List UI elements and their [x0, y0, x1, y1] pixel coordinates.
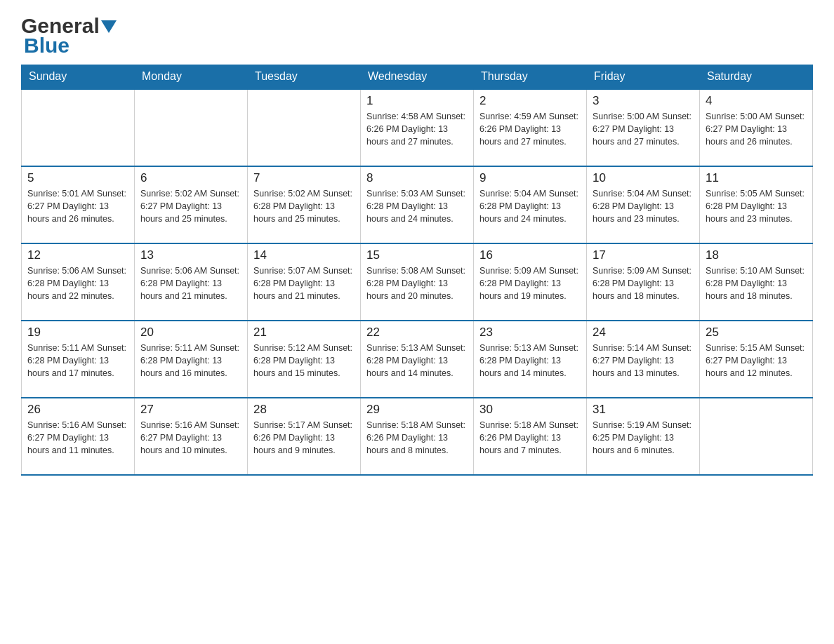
- day-info: Sunrise: 4:58 AM Sunset: 6:26 PM Dayligh…: [366, 110, 468, 148]
- day-info: Sunrise: 5:01 AM Sunset: 6:27 PM Dayligh…: [27, 187, 128, 225]
- day-number: 30: [479, 403, 581, 417]
- logo-blue-text: Blue: [24, 34, 70, 58]
- calendar-cell: 27Sunrise: 5:16 AM Sunset: 6:27 PM Dayli…: [135, 398, 248, 475]
- calendar-cell: 23Sunrise: 5:13 AM Sunset: 6:28 PM Dayli…: [474, 321, 587, 398]
- day-info: Sunrise: 5:16 AM Sunset: 6:27 PM Dayligh…: [27, 419, 128, 457]
- calendar-cell: 1Sunrise: 4:58 AM Sunset: 6:26 PM Daylig…: [361, 89, 474, 166]
- day-number: 6: [140, 171, 241, 185]
- calendar-week-row: 19Sunrise: 5:11 AM Sunset: 6:28 PM Dayli…: [22, 321, 813, 398]
- day-number: 23: [479, 326, 581, 340]
- calendar-cell: 30Sunrise: 5:18 AM Sunset: 6:26 PM Dayli…: [474, 398, 587, 475]
- calendar-cell: 4Sunrise: 5:00 AM Sunset: 6:27 PM Daylig…: [700, 89, 813, 166]
- day-number: 7: [253, 171, 355, 185]
- calendar-week-row: 12Sunrise: 5:06 AM Sunset: 6:28 PM Dayli…: [22, 243, 813, 321]
- day-number: 24: [593, 326, 694, 340]
- day-info: Sunrise: 5:02 AM Sunset: 6:27 PM Dayligh…: [140, 187, 241, 225]
- day-info: Sunrise: 5:06 AM Sunset: 6:28 PM Dayligh…: [140, 264, 241, 302]
- calendar-cell: 12Sunrise: 5:06 AM Sunset: 6:28 PM Dayli…: [22, 243, 135, 321]
- day-info: Sunrise: 5:08 AM Sunset: 6:28 PM Dayligh…: [366, 264, 468, 302]
- day-number: 8: [366, 171, 468, 185]
- day-number: 25: [706, 326, 807, 340]
- day-info: Sunrise: 5:04 AM Sunset: 6:28 PM Dayligh…: [593, 187, 694, 225]
- day-info: Sunrise: 5:09 AM Sunset: 6:28 PM Dayligh…: [593, 264, 694, 302]
- calendar-header-thursday: Thursday: [474, 65, 587, 89]
- day-info: Sunrise: 5:03 AM Sunset: 6:28 PM Dayligh…: [366, 187, 468, 225]
- day-number: 2: [479, 94, 581, 108]
- calendar-cell: 5Sunrise: 5:01 AM Sunset: 6:27 PM Daylig…: [22, 166, 135, 243]
- day-info: Sunrise: 5:11 AM Sunset: 6:28 PM Dayligh…: [27, 342, 128, 380]
- day-number: 17: [593, 248, 694, 262]
- calendar-cell: [248, 89, 361, 166]
- day-number: 20: [140, 326, 241, 340]
- day-number: 29: [366, 403, 468, 417]
- day-number: 21: [253, 326, 355, 340]
- calendar-cell: 15Sunrise: 5:08 AM Sunset: 6:28 PM Dayli…: [361, 243, 474, 321]
- calendar-cell: 7Sunrise: 5:02 AM Sunset: 6:28 PM Daylig…: [248, 166, 361, 243]
- calendar-cell: 26Sunrise: 5:16 AM Sunset: 6:27 PM Dayli…: [22, 398, 135, 475]
- calendar-cell: 6Sunrise: 5:02 AM Sunset: 6:27 PM Daylig…: [135, 166, 248, 243]
- day-number: 3: [593, 94, 694, 108]
- calendar-cell: 22Sunrise: 5:13 AM Sunset: 6:28 PM Dayli…: [361, 321, 474, 398]
- calendar-cell: 3Sunrise: 5:00 AM Sunset: 6:27 PM Daylig…: [587, 89, 700, 166]
- day-info: Sunrise: 5:16 AM Sunset: 6:27 PM Dayligh…: [140, 419, 241, 457]
- day-number: 26: [27, 403, 128, 417]
- logo: General Blue: [21, 14, 117, 58]
- day-number: 19: [27, 326, 128, 340]
- day-info: Sunrise: 5:07 AM Sunset: 6:28 PM Dayligh…: [253, 264, 355, 302]
- calendar-cell: 25Sunrise: 5:15 AM Sunset: 6:27 PM Dayli…: [700, 321, 813, 398]
- calendar-cell: 20Sunrise: 5:11 AM Sunset: 6:28 PM Dayli…: [135, 321, 248, 398]
- calendar-cell: [22, 89, 135, 166]
- day-info: Sunrise: 5:09 AM Sunset: 6:28 PM Dayligh…: [479, 264, 581, 302]
- day-info: Sunrise: 5:15 AM Sunset: 6:27 PM Dayligh…: [706, 342, 807, 380]
- calendar-cell: 19Sunrise: 5:11 AM Sunset: 6:28 PM Dayli…: [22, 321, 135, 398]
- calendar-cell: 16Sunrise: 5:09 AM Sunset: 6:28 PM Dayli…: [474, 243, 587, 321]
- calendar-header-sunday: Sunday: [22, 65, 135, 89]
- day-number: 5: [27, 171, 128, 185]
- day-info: Sunrise: 5:18 AM Sunset: 6:26 PM Dayligh…: [479, 419, 581, 457]
- day-number: 11: [706, 171, 807, 185]
- day-number: 16: [479, 248, 581, 262]
- day-info: Sunrise: 5:00 AM Sunset: 6:27 PM Dayligh…: [593, 110, 694, 148]
- day-info: Sunrise: 5:04 AM Sunset: 6:28 PM Dayligh…: [479, 187, 581, 225]
- day-number: 18: [706, 248, 807, 262]
- day-info: Sunrise: 5:13 AM Sunset: 6:28 PM Dayligh…: [479, 342, 581, 380]
- day-number: 1: [366, 94, 468, 108]
- day-info: Sunrise: 5:02 AM Sunset: 6:28 PM Dayligh…: [253, 187, 355, 225]
- calendar-cell: 29Sunrise: 5:18 AM Sunset: 6:26 PM Dayli…: [361, 398, 474, 475]
- calendar-cell: [700, 398, 813, 475]
- calendar-header-saturday: Saturday: [700, 65, 813, 89]
- calendar-cell: 31Sunrise: 5:19 AM Sunset: 6:25 PM Dayli…: [587, 398, 700, 475]
- calendar-header-monday: Monday: [135, 65, 248, 89]
- day-info: Sunrise: 5:12 AM Sunset: 6:28 PM Dayligh…: [253, 342, 355, 380]
- calendar-table: SundayMondayTuesdayWednesdayThursdayFrid…: [21, 65, 813, 476]
- calendar-cell: 28Sunrise: 5:17 AM Sunset: 6:26 PM Dayli…: [248, 398, 361, 475]
- calendar-cell: 9Sunrise: 5:04 AM Sunset: 6:28 PM Daylig…: [474, 166, 587, 243]
- day-number: 13: [140, 248, 241, 262]
- day-number: 15: [366, 248, 468, 262]
- calendar-header-row: SundayMondayTuesdayWednesdayThursdayFrid…: [22, 65, 813, 89]
- day-number: 28: [253, 403, 355, 417]
- calendar-week-row: 26Sunrise: 5:16 AM Sunset: 6:27 PM Dayli…: [22, 398, 813, 475]
- day-number: 12: [27, 248, 128, 262]
- day-info: Sunrise: 5:13 AM Sunset: 6:28 PM Dayligh…: [366, 342, 468, 380]
- logo-arrow-icon: [101, 20, 117, 34]
- day-info: Sunrise: 5:06 AM Sunset: 6:28 PM Dayligh…: [27, 264, 128, 302]
- day-info: Sunrise: 5:11 AM Sunset: 6:28 PM Dayligh…: [140, 342, 241, 380]
- calendar-header-wednesday: Wednesday: [361, 65, 474, 89]
- day-info: Sunrise: 4:59 AM Sunset: 6:26 PM Dayligh…: [479, 110, 581, 148]
- day-number: 14: [253, 248, 355, 262]
- day-info: Sunrise: 5:19 AM Sunset: 6:25 PM Dayligh…: [593, 419, 694, 457]
- calendar-cell: 18Sunrise: 5:10 AM Sunset: 6:28 PM Dayli…: [700, 243, 813, 321]
- day-info: Sunrise: 5:10 AM Sunset: 6:28 PM Dayligh…: [706, 264, 807, 302]
- day-number: 31: [593, 403, 694, 417]
- calendar-header-tuesday: Tuesday: [248, 65, 361, 89]
- calendar-cell: 2Sunrise: 4:59 AM Sunset: 6:26 PM Daylig…: [474, 89, 587, 166]
- day-number: 4: [706, 94, 807, 108]
- day-info: Sunrise: 5:18 AM Sunset: 6:26 PM Dayligh…: [366, 419, 468, 457]
- day-info: Sunrise: 5:00 AM Sunset: 6:27 PM Dayligh…: [706, 110, 807, 148]
- calendar-cell: 10Sunrise: 5:04 AM Sunset: 6:28 PM Dayli…: [587, 166, 700, 243]
- day-number: 9: [479, 171, 581, 185]
- day-number: 22: [366, 326, 468, 340]
- calendar-cell: 17Sunrise: 5:09 AM Sunset: 6:28 PM Dayli…: [587, 243, 700, 321]
- day-info: Sunrise: 5:17 AM Sunset: 6:26 PM Dayligh…: [253, 419, 355, 457]
